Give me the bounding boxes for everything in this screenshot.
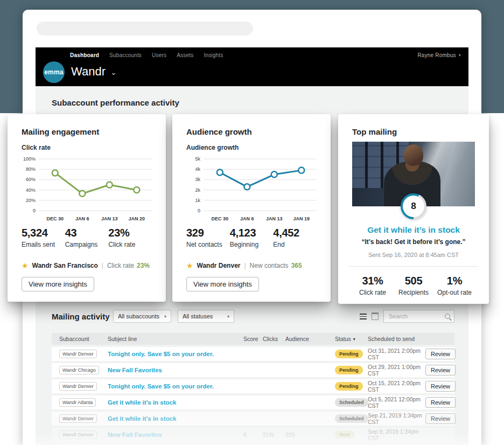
highlight-name: Wandr Denver	[197, 262, 241, 269]
table-row[interactable]: Wandr Atlanta Get it while it’s in stock…	[52, 395, 454, 409]
stat-value: 1%	[435, 275, 474, 287]
sort-desc-icon: ▾	[353, 337, 355, 342]
subject-link[interactable]: Tonight only. Save $5 on your order.	[108, 351, 243, 357]
highlight-metric-label: Click rate	[107, 262, 134, 269]
top-subaccount-highlight: ★ Wandr Denver | New contacts 365	[186, 261, 317, 270]
view-more-insights-button[interactable]: View more insights	[186, 277, 259, 291]
status-filter[interactable]: All statuses ▾	[178, 310, 234, 323]
subaccount-pill: Wandr Denver	[59, 382, 97, 391]
top-mailing-preheader: “It’s back! Get it before it’s gone.”	[352, 238, 475, 246]
page: Dashboard Subaccounts Users Assets Insig…	[0, 0, 504, 445]
nav-item-users[interactable]: Users	[152, 52, 166, 58]
stat-label: Emails sent	[22, 241, 65, 248]
chevron-down-icon: ▾	[459, 53, 461, 58]
nav-item-assets[interactable]: Assets	[177, 52, 193, 58]
subaccount-filter[interactable]: All subaccounts ▾	[113, 310, 171, 323]
table-row[interactable]: Wandr Chicago New Fall Favorites Pending…	[52, 363, 454, 377]
separator: |	[244, 262, 246, 269]
svg-text:JAN 13: JAN 13	[101, 216, 118, 221]
table-row[interactable]: Wandr Denver Tonight only. Save $5 on yo…	[52, 379, 454, 393]
svg-text:JAN 13: JAN 13	[266, 216, 283, 221]
stat-label: Net contacts	[186, 241, 230, 248]
top-mailing-sent-date: Sent Sep 16, 2020 at 8:45am CST	[352, 252, 475, 258]
col-scheduled: Scheduled to send	[368, 336, 425, 342]
view-more-insights-button[interactable]: View more insights	[22, 277, 94, 291]
nav-item-dashboard[interactable]: Dashboard	[70, 52, 99, 58]
table-row[interactable]: Wandr Denver Tonight only. Save $5 on yo…	[52, 347, 454, 361]
status-badge: Pending	[335, 382, 363, 391]
subject-link[interactable]: New Fall Favorites	[108, 432, 243, 438]
subject-link[interactable]: Tonight only. Save $5 on your order.	[108, 383, 243, 390]
review-button[interactable]: Review	[425, 381, 456, 392]
review-button[interactable]: Review	[425, 397, 456, 408]
mailing-score-value: 8	[403, 196, 424, 217]
highlight-metric-value: 365	[291, 262, 302, 269]
col-score: Score	[243, 336, 263, 342]
user-menu[interactable]: Rayne Rombus ▾	[417, 52, 461, 58]
nav-item-subaccounts[interactable]: Subaccounts	[109, 52, 142, 58]
stat-label: Beginning	[230, 241, 274, 248]
calendar-view-icon[interactable]	[372, 312, 379, 320]
top-mailing-link[interactable]: Get it while it’s in stock	[352, 225, 475, 235]
col-status: Status	[335, 336, 351, 342]
subaccount-filter-value: All subaccounts	[118, 313, 159, 319]
svg-text:4k: 4k	[195, 166, 200, 172]
chevron-down-icon: ⌄	[110, 68, 117, 77]
svg-text:0: 0	[198, 208, 200, 213]
stat-label: Opt-out rate	[435, 289, 474, 296]
svg-text:100%: 100%	[23, 156, 36, 162]
address-bar[interactable]	[37, 22, 253, 36]
table-row[interactable]: Wandr Denver Get it while it’s in stock …	[52, 412, 454, 426]
mailing-activity-toolbar: Mailing activity All subaccounts ▾ All s…	[52, 310, 454, 323]
scheduled-text: Sep 21, 2019 1:34pm CST	[368, 412, 425, 425]
stats-row: 31% Click rate 505 Recipients 1% Opt-out…	[352, 267, 475, 296]
list-view-icon[interactable]	[360, 314, 367, 319]
status-badge: Pending	[335, 350, 363, 358]
stat-label: Campaigns	[65, 241, 109, 248]
separator: |	[102, 262, 103, 269]
review-button[interactable]: Review	[425, 349, 456, 359]
table-header: Subaccount Subject line Score Clicks Aud…	[52, 333, 454, 345]
subject-link[interactable]: Get it while it’s in stock	[108, 415, 243, 422]
svg-text:3k: 3k	[195, 177, 200, 182]
chevron-down-icon: ▾	[164, 314, 166, 319]
status-filter-value: All statuses	[183, 313, 213, 319]
svg-text:60%: 60%	[26, 177, 36, 182]
search-input[interactable]	[388, 312, 445, 320]
stat-label: End	[273, 241, 317, 248]
review-button[interactable]: Review	[425, 365, 456, 376]
col-status-sort[interactable]: Status ▾	[335, 336, 368, 342]
svg-text:5k: 5k	[195, 156, 200, 162]
search-box	[383, 310, 454, 323]
subject-link[interactable]: New Fall Favorites	[108, 367, 243, 373]
svg-text:80%: 80%	[26, 166, 36, 172]
stats-row: 329 Net contacts 4,123 Beginning 4,452 E…	[186, 227, 317, 248]
top-subaccount-highlight: ★ Wandr San Francisco | Click rate 23%	[22, 261, 152, 270]
stat-label: Click rate	[108, 241, 152, 248]
svg-text:20%: 20%	[26, 198, 36, 203]
col-subject: Subject line	[108, 336, 243, 342]
star-icon: ★	[186, 261, 193, 270]
audience-growth-card: Audience growth Audience growth 01k2k3k4…	[172, 114, 331, 302]
emma-logo[interactable]: emma	[43, 61, 65, 83]
mailing-activity-title: Mailing activity	[52, 312, 113, 321]
svg-text:DEC 30: DEC 30	[47, 216, 64, 221]
card-title: Top mailing	[352, 127, 475, 136]
score-value: 6	[243, 432, 263, 438]
account-switcher[interactable]: Wandr ⌄	[71, 65, 117, 79]
chart-label: Click rate	[22, 144, 152, 151]
subaccount-pill: Wandr Denver	[59, 350, 97, 358]
review-button[interactable]: Review	[425, 413, 456, 424]
stat-value: 43	[65, 227, 109, 239]
mailing-engagement-card: Mailing engagement Click rate 020%40%60%…	[8, 114, 166, 302]
nav-item-insights[interactable]: Insights	[204, 52, 223, 58]
subject-link[interactable]: Get it while it’s in stock	[108, 399, 243, 406]
mailing-score-ring: 8	[401, 193, 426, 219]
page-title: Subaccount performance activity	[52, 98, 179, 107]
audience-growth-chart: 01k2k3k4k5kDEC 30JAN 6JAN 13JAN 19	[186, 154, 317, 225]
subaccount-pill: Wandr Denver	[59, 414, 97, 423]
svg-text:2k: 2k	[195, 187, 200, 193]
table-row[interactable]: Wandr Denver New Fall Favorites 6 21% 22…	[52, 428, 454, 442]
account-name: Wandr	[71, 65, 106, 79]
scheduled-text: Oct 5, 2021 12:00pm CST	[368, 396, 425, 409]
